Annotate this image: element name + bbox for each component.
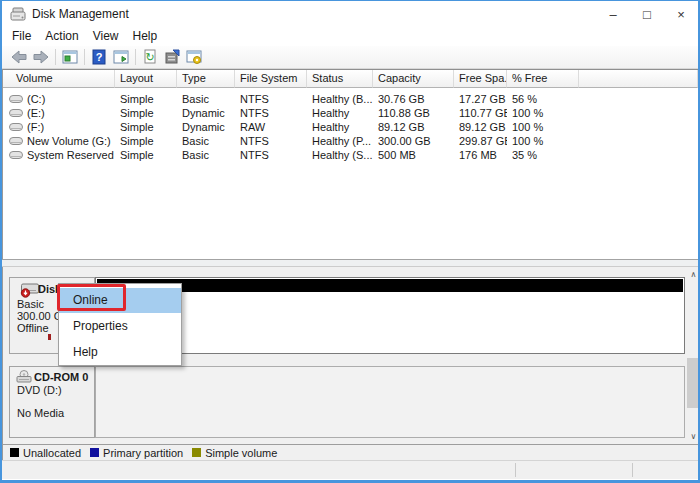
column-header-status[interactable]: Status [307,70,373,88]
legend-swatch-unallocated [10,448,19,457]
maximize-button[interactable]: □ [630,1,664,27]
window-controls: – □ × [596,1,698,27]
annotation-highlight-box [57,284,126,311]
disk1-status: Offline [17,322,49,334]
help-icon[interactable]: ? [88,47,110,67]
title-bar: Disk Management – □ × [2,1,698,27]
cdrom-media-status: No Media [17,407,64,419]
table-row[interactable]: (E:) Simple Dynamic NTFS Healthy 110.88 … [3,106,698,120]
disk1-type: Basic [17,298,44,310]
volume-icon [9,108,23,118]
disk1-unallocated-bar[interactable] [95,277,685,354]
volume-list-pane: Volume Layout Type File System Status Ca… [2,69,698,259]
table-row[interactable]: System Reserved Simple Basic NTFS Health… [3,148,698,162]
console-tree-icon[interactable] [59,47,81,67]
legend-label-simple-volume: Simple volume [205,447,277,459]
volume-name: (C:) [27,93,45,105]
menu-action[interactable]: Action [38,27,85,46]
legend-label-primary-partition: Primary partition [103,447,183,459]
menu-view[interactable]: View [86,27,126,46]
table-row[interactable]: (F:) Simple Dynamic RAW Healthy 89.12 GB… [3,120,698,134]
cdrom-empty-bar[interactable] [95,366,685,438]
close-button[interactable]: × [664,1,698,27]
toolbar-separator [84,49,85,65]
column-header-layout[interactable]: Layout [115,70,177,88]
scroll-down-icon[interactable]: ∨ [686,429,700,444]
cdrom-icon [16,370,32,383]
menu-bar: File Action View Help [2,27,698,46]
column-header-volume[interactable]: Volume [3,70,115,88]
column-header-capacity[interactable]: Capacity [373,70,454,88]
svg-text:?: ? [96,51,103,63]
legend-swatch-primary-partition [90,448,99,457]
offline-disk-icon [20,282,40,298]
menu-file[interactable]: File [5,27,38,46]
volume-name: System Reserved [27,149,114,161]
volume-name: (E:) [27,107,45,119]
legend-swatch-simple-volume [192,448,201,457]
context-menu-item-properties[interactable]: Properties [59,313,181,340]
table-row[interactable]: New Volume (G:) Simple Basic NTFS Health… [3,134,698,148]
status-bar [2,460,698,479]
pane-splitter[interactable] [2,259,698,267]
column-header-blank [579,70,698,88]
column-header-filesystem[interactable]: File System [235,70,307,88]
context-menu-item-help[interactable]: Help [59,340,181,365]
back-icon[interactable] [8,47,30,67]
column-header-freespace[interactable]: Free Spa... [454,70,507,88]
volume-name: (F:) [27,121,44,133]
unallocated-color-band [97,279,683,292]
offline-help-mark [48,334,51,340]
action-pane-icon[interactable] [110,47,132,67]
svg-text:↻: ↻ [145,51,154,63]
cdrom-drive: DVD (D:) [17,384,62,396]
minimize-button[interactable]: – [596,1,630,27]
volume-name: New Volume (G:) [27,135,111,147]
refresh-icon[interactable]: ↻ [139,47,161,67]
toolbar-separator [55,49,56,65]
forward-icon[interactable] [30,47,52,67]
table-row[interactable]: (C:) Simple Basic NTFS Healthy (B... 30.… [3,92,698,106]
window-title: Disk Management [32,7,129,21]
disk-settings-icon[interactable] [183,47,205,67]
scroll-up-icon[interactable]: ∧ [686,267,700,282]
scrollbar-thumb[interactable] [687,358,700,408]
properties-icon[interactable] [161,47,183,67]
statusbar-divider [632,463,633,477]
disk-management-icon [10,7,26,22]
volume-rows: (C:) Simple Basic NTFS Healthy (B... 30.… [3,92,698,162]
volume-icon [9,94,23,104]
column-header-type[interactable]: Type [177,70,235,88]
column-header-pctfree[interactable]: % Free [507,70,579,88]
cdrom-name: CD-ROM 0 [34,371,88,383]
volume-icon [9,122,23,132]
toolbar: ? ↻ [2,46,698,69]
volume-icon [9,136,23,146]
volume-list-header: Volume Layout Type File System Status Ca… [3,70,698,88]
volume-icon [9,150,23,160]
menu-help[interactable]: Help [126,27,165,46]
statusbar-divider [515,463,516,477]
cdrom-label-panel[interactable]: CD-ROM 0 DVD (D:) No Media [9,366,95,438]
disk-management-window: Disk Management – □ × File Action View H… [0,0,700,483]
legend-label-unallocated: Unallocated [23,447,81,459]
vertical-scrollbar[interactable]: ∧ ∨ [686,267,700,444]
legend-bar: Unallocated Primary partition Simple vol… [2,444,698,460]
toolbar-separator [135,49,136,65]
